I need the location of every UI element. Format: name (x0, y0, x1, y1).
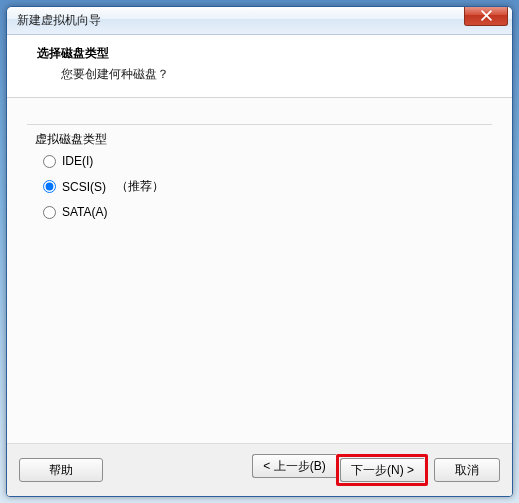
wizard-footer: 帮助 < 上一步(B) 下一步(N) > 取消 (7, 443, 512, 496)
next-highlight: 下一步(N) > (336, 454, 428, 486)
radio-ide[interactable]: IDE(I) (43, 154, 482, 168)
close-icon (481, 10, 492, 21)
cancel-button[interactable]: 取消 (434, 458, 500, 482)
nav-button-group: < 上一步(B) 下一步(N) > (252, 454, 428, 486)
wizard-body: 虚拟磁盘类型 IDE(I) SCSI(S) （推荐） SATA(A) (7, 98, 512, 443)
radio-scsi[interactable]: SCSI(S) （推荐） (43, 178, 482, 195)
footer-right: < 上一步(B) 下一步(N) > 取消 (252, 454, 500, 486)
back-button[interactable]: < 上一步(B) (252, 454, 336, 478)
wizard-header: 选择磁盘类型 您要创建何种磁盘？ (7, 35, 512, 98)
radio-ide-input[interactable] (43, 155, 56, 168)
radio-scsi-label: SCSI(S) (62, 180, 106, 194)
titlebar: 新建虚拟机向导 (7, 7, 512, 35)
radio-sata[interactable]: SATA(A) (43, 205, 482, 219)
radio-sata-label: SATA(A) (62, 205, 108, 219)
radio-scsi-recommend: （推荐） (116, 178, 164, 195)
page-title: 选择磁盘类型 (37, 45, 498, 62)
radio-sata-input[interactable] (43, 206, 56, 219)
page-subtitle: 您要创建何种磁盘？ (37, 66, 498, 83)
radio-scsi-input[interactable] (43, 180, 56, 193)
body-spacer (27, 237, 492, 433)
next-button[interactable]: 下一步(N) > (340, 458, 424, 482)
help-button[interactable]: 帮助 (19, 458, 103, 482)
window-title: 新建虚拟机向导 (17, 12, 101, 29)
close-button[interactable] (464, 6, 508, 26)
wizard-window: 新建虚拟机向导 选择磁盘类型 您要创建何种磁盘？ 虚拟磁盘类型 IDE(I) S… (6, 6, 513, 497)
group-label: 虚拟磁盘类型 (31, 131, 111, 148)
disk-type-group: 虚拟磁盘类型 IDE(I) SCSI(S) （推荐） SATA(A) (27, 116, 492, 237)
radio-ide-label: IDE(I) (62, 154, 93, 168)
